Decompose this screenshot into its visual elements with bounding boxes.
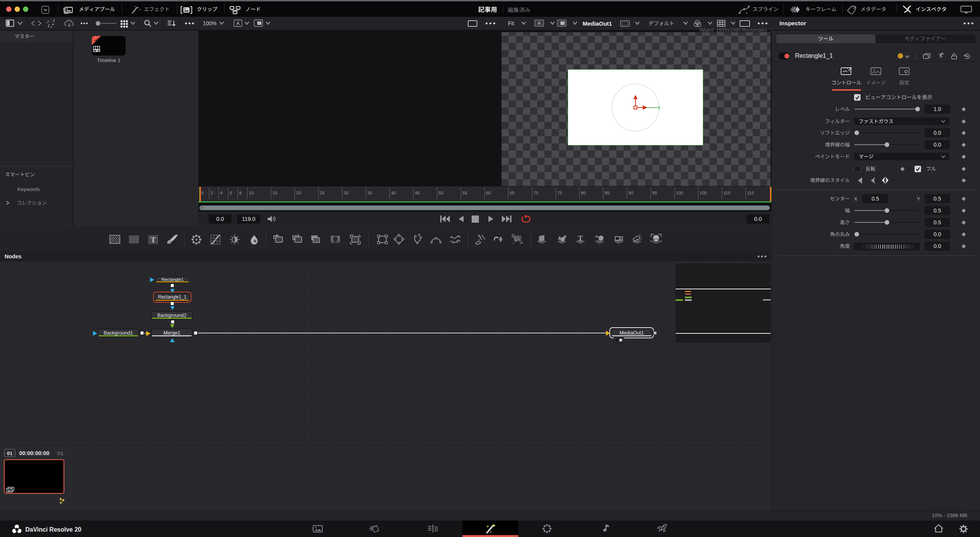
svg-text:T: T	[578, 234, 583, 243]
svg-text:4: 4	[220, 191, 223, 195]
svg-text:15: 15	[273, 191, 278, 195]
svg-text:105: 105	[700, 191, 707, 195]
svg-text:90: 90	[629, 191, 634, 195]
svg-text:55: 55	[462, 191, 467, 195]
svg-text:A: A	[537, 21, 541, 26]
svg-text:T: T	[151, 236, 156, 244]
svg-text:8: 8	[239, 191, 242, 195]
svg-text:40: 40	[391, 191, 396, 195]
svg-text:10: 10	[249, 191, 254, 195]
svg-text:95: 95	[652, 191, 657, 195]
svg-text:25: 25	[320, 191, 325, 195]
svg-text:6: 6	[230, 191, 232, 195]
svg-text:2: 2	[211, 191, 213, 195]
svg-text:75: 75	[557, 191, 562, 195]
svg-text:30: 30	[344, 191, 349, 195]
svg-text:70: 70	[534, 191, 539, 195]
svg-text:50: 50	[439, 191, 444, 195]
svg-text:45: 45	[415, 191, 420, 195]
svg-text:85: 85	[605, 191, 610, 195]
svg-text:35: 35	[368, 191, 372, 195]
svg-text:110: 110	[724, 191, 730, 195]
svg-text:20: 20	[296, 191, 301, 195]
svg-text:A: A	[236, 21, 239, 26]
svg-text:0: 0	[201, 191, 204, 195]
svg-text:80: 80	[581, 191, 586, 195]
svg-text:60: 60	[486, 191, 491, 195]
svg-text:115: 115	[747, 191, 754, 195]
svg-text:65: 65	[510, 191, 515, 195]
svg-text:100: 100	[676, 191, 683, 195]
